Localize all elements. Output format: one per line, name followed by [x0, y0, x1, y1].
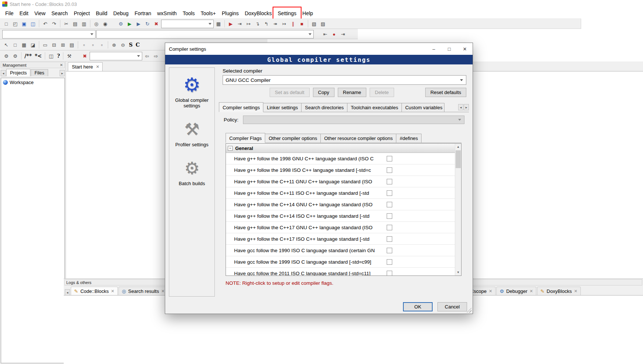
- code-completion-symbol-combo[interactable]: [96, 30, 314, 39]
- wxsmith-spacer-icon[interactable]: ▫: [80, 41, 88, 49]
- menu-item[interactable]: File: [2, 9, 17, 18]
- pointer-tool-icon[interactable]: ↖: [2, 41, 10, 49]
- selected-compiler-combo[interactable]: GNU GCC Compiler: [223, 75, 466, 85]
- step-into-icon[interactable]: ↴: [253, 20, 261, 28]
- tab-scroll-right-icon[interactable]: ▸: [464, 104, 469, 110]
- close-icon[interactable]: ✕: [96, 64, 99, 69]
- wxsmith-boxsizer-icon[interactable]: ▭: [41, 41, 49, 49]
- tab-compiler-flags[interactable]: Compiler Flags: [226, 133, 265, 143]
- search-prev-icon[interactable]: ⇦: [143, 52, 151, 60]
- doxy-line-comment-icon[interactable]: *<: [34, 52, 43, 60]
- tab-other-resource-compiler-options[interactable]: Other resource compiler options: [320, 134, 396, 143]
- flag-row[interactable]: Have g++ follow the C++14 ISO C++ langua…: [226, 210, 455, 222]
- menu-item[interactable]: Edit: [17, 9, 31, 18]
- build-icon[interactable]: ⚙: [117, 20, 125, 28]
- menu-item[interactable]: Tools: [180, 9, 198, 18]
- scrollbar-thumb[interactable]: [456, 150, 461, 168]
- menu-item[interactable]: Build: [93, 9, 110, 18]
- flag-checkbox[interactable]: [387, 213, 392, 219]
- menu-item[interactable]: View: [31, 9, 49, 18]
- flag-row[interactable]: Have g++ follow the C++14 GNU C++ langua…: [226, 199, 455, 210]
- scroll-up-icon[interactable]: ▲: [455, 144, 461, 150]
- flag-checkbox[interactable]: [387, 259, 392, 265]
- incremental-search-combo[interactable]: [90, 52, 142, 60]
- flag-checkbox[interactable]: [387, 248, 392, 253]
- zoom-in-icon[interactable]: ⊕: [110, 41, 118, 49]
- flag-checkbox[interactable]: [387, 225, 392, 230]
- build-target-combo[interactable]: [161, 20, 214, 28]
- doxy-config-icon[interactable]: ⚙: [11, 52, 19, 60]
- wxsmith-class-icon[interactable]: C: [134, 41, 141, 49]
- next-instruction-icon[interactable]: ↠: [271, 20, 279, 28]
- zoom-out-icon[interactable]: ⊖: [119, 41, 127, 49]
- code-completion-scope-combo[interactable]: [2, 30, 96, 39]
- open-file-icon[interactable]: ◰: [11, 20, 19, 28]
- settings-category[interactable]: ⚒ Profiler settings: [169, 117, 214, 147]
- close-icon[interactable]: ✕: [457, 43, 473, 55]
- flag-row[interactable]: Have gcc follow the 1999 ISO C language …: [226, 256, 455, 268]
- flags-scrollbar[interactable]: ▲ ▼: [455, 144, 461, 275]
- menu-item[interactable]: wxSmith: [154, 9, 180, 18]
- step-into-instruction-icon[interactable]: ↣: [280, 20, 288, 28]
- rebuild-icon[interactable]: ↻: [143, 20, 151, 28]
- flags-group-header[interactable]: − General: [226, 144, 455, 153]
- log-tab-search-results[interactable]: ◎ Search results ✕: [119, 287, 168, 295]
- flag-row[interactable]: Have g++ follow the C++11 GNU C++ langua…: [226, 176, 455, 187]
- flag-checkbox[interactable]: [387, 179, 392, 184]
- log-tab-codeblocks[interactable]: ✎ Code::Blocks ✕: [71, 287, 118, 295]
- abort-build-icon[interactable]: ✖: [152, 20, 160, 28]
- menu-item[interactable]: Project: [71, 9, 93, 18]
- doxy-block-comment-icon[interactable]: /**: [23, 52, 33, 60]
- menu-item[interactable]: Tools+: [198, 9, 219, 18]
- tab-projects[interactable]: Projects: [6, 69, 30, 76]
- paste-icon[interactable]: ▥: [80, 20, 88, 28]
- menu-item[interactable]: Fortran: [131, 9, 154, 18]
- wxsmith-source-icon[interactable]: S: [128, 41, 134, 49]
- undo-icon[interactable]: ↶: [41, 20, 49, 28]
- search-next-icon[interactable]: ⇨: [152, 52, 160, 60]
- reset-defaults-button[interactable]: Reset defaults: [425, 88, 466, 97]
- flag-row[interactable]: Have g++ follow the 1998 GNU C++ languag…: [226, 153, 455, 164]
- close-icon[interactable]: ✕: [489, 289, 492, 294]
- debug-continue-icon[interactable]: ▶: [227, 20, 235, 28]
- menu-item[interactable]: Help: [299, 9, 316, 18]
- step-out-icon[interactable]: ↰: [262, 20, 270, 28]
- close-icon[interactable]: ✕: [60, 63, 63, 67]
- jump-clear-icon[interactable]: ●: [330, 30, 338, 38]
- stop-debugger-icon[interactable]: ■: [298, 20, 306, 28]
- tab-scroll-left-icon[interactable]: ◂: [458, 104, 463, 110]
- wxsmith-stdbuttons-icon[interactable]: ▫: [89, 41, 97, 49]
- tree-item-workspace[interactable]: Workspace: [3, 80, 63, 85]
- close-icon[interactable]: ✕: [574, 289, 577, 294]
- replace-icon[interactable]: ◉: [101, 20, 109, 28]
- dialog-titlebar[interactable]: Compiler settings – □ ✕: [165, 43, 473, 55]
- cancel-button[interactable]: Cancel: [437, 302, 467, 311]
- flag-row[interactable]: Have g++ follow the C++11 ISO C++ langua…: [226, 187, 455, 199]
- next-line-icon[interactable]: ↦: [244, 20, 253, 28]
- tab-linker-settings[interactable]: Linker settings: [263, 103, 301, 112]
- various-info-icon[interactable]: ▨: [319, 20, 327, 28]
- resize-grip[interactable]: [467, 308, 472, 313]
- tab-scroll-right-icon[interactable]: ▸: [60, 70, 65, 76]
- compile-current-file-icon[interactable]: ▦: [214, 20, 223, 28]
- log-tab-debugger[interactable]: ⚙ Debugger ✕: [496, 287, 536, 295]
- close-icon[interactable]: ✕: [161, 289, 164, 294]
- tab-custom-variables[interactable]: Custom variables: [402, 103, 444, 112]
- tab-compiler-settings[interactable]: Compiler settings: [219, 102, 263, 112]
- scroll-down-icon[interactable]: ▼: [455, 269, 461, 275]
- doxy-extract-icon[interactable]: ⚙: [2, 52, 10, 60]
- wxsmith-panel-icon[interactable]: ◪: [29, 41, 37, 49]
- menu-item[interactable]: Search: [49, 9, 71, 18]
- jump-back-icon[interactable]: ⇤: [321, 30, 329, 38]
- maximize-icon[interactable]: □: [442, 43, 457, 55]
- copy-button[interactable]: Copy: [313, 88, 334, 97]
- close-icon[interactable]: ✕: [111, 289, 114, 294]
- find-icon[interactable]: ◎: [92, 20, 100, 28]
- flag-row[interactable]: Have g++ follow the 1998 ISO C++ languag…: [226, 164, 455, 176]
- flag-checkbox[interactable]: [387, 156, 392, 161]
- tab-toolchain-executables[interactable]: Toolchain executables: [347, 103, 402, 112]
- settings-category[interactable]: ⚙ Batch builds: [169, 156, 214, 186]
- save-all-icon[interactable]: ◫: [29, 20, 37, 28]
- tab-files[interactable]: Files: [31, 69, 48, 76]
- run-to-cursor-icon[interactable]: ⇥: [236, 20, 244, 28]
